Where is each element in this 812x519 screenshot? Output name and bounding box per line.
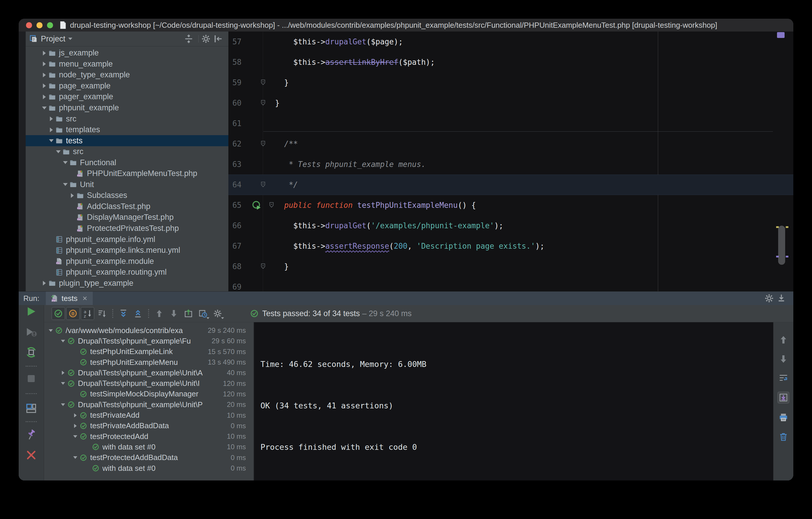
test-row-Drupal-Tests-phpunit-example-Fu[interactable]: Drupal\Tests\phpunit_example\Fu29 s 60 m…	[44, 336, 254, 346]
test-row-testProtectedAddBadData[interactable]: testProtectedAddBadData0 ms	[44, 453, 254, 463]
tree-item-phpunit_example[interactable]: phpunit_example	[26, 103, 228, 113]
tree-item-src[interactable]: src	[26, 146, 228, 157]
collapse-arrow-icon[interactable]	[47, 329, 55, 332]
stripe-mark-yellow[interactable]	[776, 226, 779, 228]
sort-alphabetically-toggle[interactable]: az	[81, 307, 94, 320]
fold-marker-icon[interactable]	[260, 100, 266, 107]
test-row-testPhpUnitExampleLink[interactable]: testPhpUnitExampleLink15 s 570 ms	[44, 347, 254, 357]
tree-item-src[interactable]: src	[26, 113, 228, 124]
stripe-mark-yellow[interactable]	[786, 226, 788, 228]
tree-item-pager_example[interactable]: pager_example	[26, 91, 228, 103]
collapse-arrow-icon[interactable]	[62, 159, 69, 166]
test-row-Drupal-Tests-phpunit-example-Unit-A[interactable]: Drupal\Tests\phpunit_example\Unit\A40 ms	[44, 367, 254, 378]
pin-tab-button[interactable]	[25, 429, 37, 440]
expand-arrow-icon[interactable]	[48, 115, 55, 122]
tree-item-ProtectedPrivatesTest.php[interactable]: phpProtectedPrivatesTest.php	[26, 223, 228, 234]
run-settings-button[interactable]	[764, 293, 774, 303]
options-button[interactable]	[211, 307, 224, 320]
fold-marker-icon[interactable]	[260, 140, 266, 147]
expand-arrow-icon[interactable]	[48, 127, 55, 133]
close-window-button[interactable]	[26, 22, 32, 28]
tree-item-PHPUnitExampleMenuTest.php[interactable]: phpPHPUnitExampleMenuTest.php	[26, 168, 228, 179]
expand-arrow-icon[interactable]	[59, 371, 67, 375]
tree-item-phpunit_example.routing.yml[interactable]: phpunit_example.routing.yml	[26, 267, 228, 278]
test-row-with-data-set-#0[interactable]: with data set #010 ms	[44, 442, 254, 452]
tree-item-menu_example[interactable]: menu_example	[26, 59, 228, 70]
tree-item-AddClassTest.php[interactable]: phpAddClassTest.php	[26, 201, 228, 212]
test-history-button[interactable]	[196, 307, 210, 320]
expand-all-button[interactable]	[117, 307, 130, 320]
fold-marker-icon[interactable]	[260, 263, 266, 270]
code-line-62[interactable]: 62 /**	[228, 134, 793, 154]
scroll-up-button[interactable]	[778, 334, 789, 346]
rerun-failed-tests-button[interactable]	[25, 326, 37, 338]
collapse-arrow-icon[interactable]	[41, 105, 48, 111]
next-occurrence-button[interactable]	[167, 307, 180, 320]
collapse-arrow-icon[interactable]	[59, 403, 67, 406]
tree-item-Subclasses[interactable]: Subclasses	[26, 190, 228, 201]
test-row-testSimpleMockDisplayManager[interactable]: testSimpleMockDisplayManager120 ms	[44, 389, 254, 399]
test-row-testPrivateAddBadData[interactable]: testPrivateAddBadData0 ms	[44, 420, 254, 431]
previous-occurrence-button[interactable]	[152, 307, 166, 320]
collapse-arrow-icon[interactable]	[59, 382, 67, 385]
expand-arrow-icon[interactable]	[69, 192, 76, 199]
expand-arrow-icon[interactable]	[71, 413, 79, 417]
soft-wrap-toggle[interactable]	[778, 373, 789, 384]
tree-item-phpunit_example.module[interactable]: phpphpunit_example.module	[26, 256, 228, 267]
stop-button[interactable]	[25, 373, 37, 384]
settings-button[interactable]	[201, 34, 211, 44]
code-line-63[interactable]: 63 * Tests phpunit_example menus.	[228, 154, 793, 174]
clear-all-button[interactable]	[778, 431, 789, 442]
console-output[interactable]: Time: 46.62 seconds, Memory: 6.00MBOK (3…	[254, 322, 773, 481]
expand-arrow-icon[interactable]	[41, 93, 48, 101]
rerun-button[interactable]	[25, 306, 37, 317]
editor[interactable]: 57 $this->drupalGet($page);58 $this->ass…	[228, 31, 793, 291]
expand-arrow-icon[interactable]	[41, 280, 48, 286]
code-line-64[interactable]: 64 */	[228, 174, 793, 195]
fold-marker-icon[interactable]	[268, 202, 275, 209]
run-tab-tests[interactable]: php tests	[46, 292, 93, 305]
code-line-57[interactable]: 57 $this->drupalGet($page);	[228, 31, 793, 52]
collapse-all-button[interactable]	[131, 307, 145, 320]
test-row--var-www-web-modules-contrib-exa[interactable]: /var/www/web/modules/contrib/exa29 s 240…	[44, 325, 254, 336]
close-tab-icon[interactable]	[82, 295, 88, 302]
code-line-68[interactable]: 68 }	[228, 256, 793, 277]
expand-arrow-icon[interactable]	[41, 72, 48, 79]
tree-item-Functional[interactable]: Functional	[26, 157, 228, 168]
test-row-Drupal-Tests-phpunit-example-Unit-P[interactable]: Drupal\Tests\phpunit_example\Unit\P20 ms	[44, 399, 254, 410]
expand-arrow-icon[interactable]	[41, 50, 48, 57]
tree-item-templates[interactable]: templates	[26, 124, 228, 135]
collapse-arrow-icon[interactable]	[59, 340, 67, 343]
warning-stripe-mark[interactable]	[777, 32, 785, 38]
sort-by-duration-button[interactable]	[95, 307, 109, 320]
tree-item-plugin_type_example[interactable]: plugin_type_example	[26, 278, 228, 289]
code-line-60[interactable]: 60}	[228, 93, 793, 113]
show-ignored-toggle[interactable]	[66, 307, 80, 320]
fullscreen-window-button[interactable]	[47, 22, 53, 28]
scroll-to-end-toggle[interactable]	[778, 392, 789, 403]
test-row-Drupal-Tests-phpunit-example-Unit-I[interactable]: Drupal\Tests\phpunit_example\Unit\I120 m…	[44, 378, 254, 388]
code-line-66[interactable]: 66 $this->drupalGet('/examples/phpunit-e…	[228, 215, 793, 236]
collapse-arrow-icon[interactable]	[71, 456, 79, 459]
code-line-61[interactable]: 61	[228, 113, 793, 134]
test-row-testProtectedAdd[interactable]: testProtectedAdd10 ms	[44, 431, 254, 442]
tree-item-js_example[interactable]: js_example	[26, 48, 228, 59]
collapse-arrow-icon[interactable]	[62, 181, 69, 188]
code-line-69[interactable]: 69	[228, 277, 793, 291]
collapse-arrow-icon[interactable]	[55, 148, 62, 155]
tree-item-node_type_example[interactable]: node_type_example	[26, 70, 228, 81]
stripe-mark-purple[interactable]	[776, 256, 779, 257]
tree-item-phpunit_example.links.menu.yml[interactable]: phpunit_example.links.menu.yml	[26, 245, 228, 256]
toggle-auto-test-button[interactable]	[25, 347, 37, 358]
collapse-arrow-icon[interactable]	[48, 137, 55, 144]
fold-marker-icon[interactable]	[260, 181, 266, 188]
minimize-window-button[interactable]	[36, 22, 42, 28]
hide-panel-button[interactable]	[213, 34, 223, 44]
test-row-testPhpUnitExampleMenu[interactable]: testPhpUnitExampleMenu13 s 490 ms	[44, 357, 254, 367]
editor-scrollbar[interactable]	[778, 226, 785, 265]
hide-toolwindow-button[interactable]	[776, 293, 786, 303]
tree-item-page_example[interactable]: page_example	[26, 81, 228, 92]
close-button[interactable]	[25, 449, 37, 461]
tree-item-DisplayManagerTest.php[interactable]: phpDisplayManagerTest.php	[26, 212, 228, 223]
scroll-down-button[interactable]	[778, 353, 789, 365]
